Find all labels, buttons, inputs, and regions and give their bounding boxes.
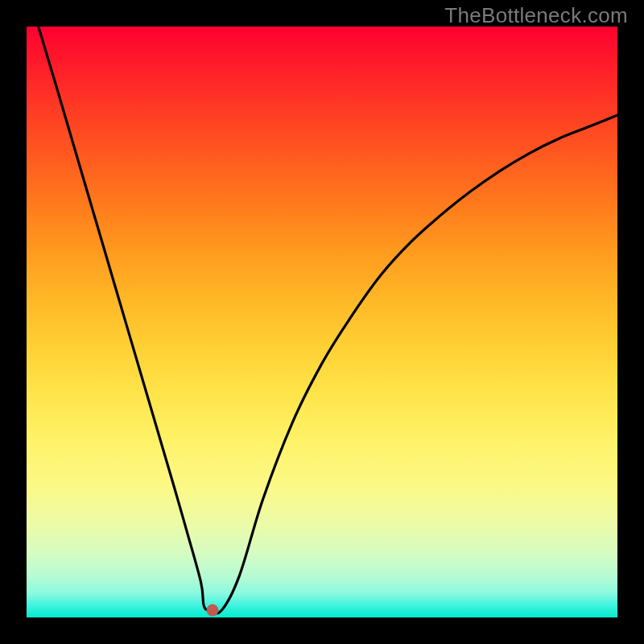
optimal-point-marker	[207, 605, 219, 617]
chart-frame: TheBottleneck.com	[0, 0, 644, 644]
plot-area	[27, 27, 617, 617]
watermark-text: TheBottleneck.com	[444, 3, 628, 28]
bottleneck-curve	[27, 27, 617, 617]
